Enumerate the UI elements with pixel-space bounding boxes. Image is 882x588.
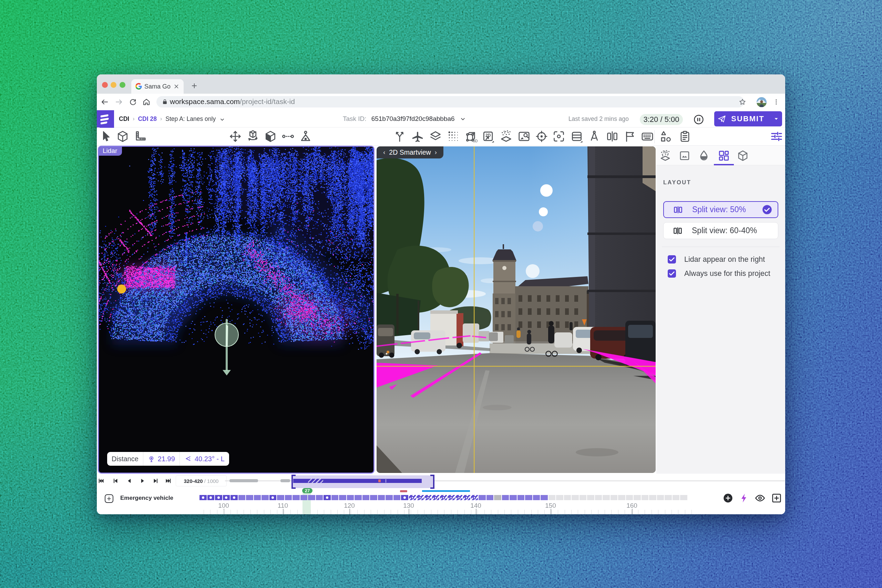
svg-text:3D: 3D [473, 139, 477, 143]
